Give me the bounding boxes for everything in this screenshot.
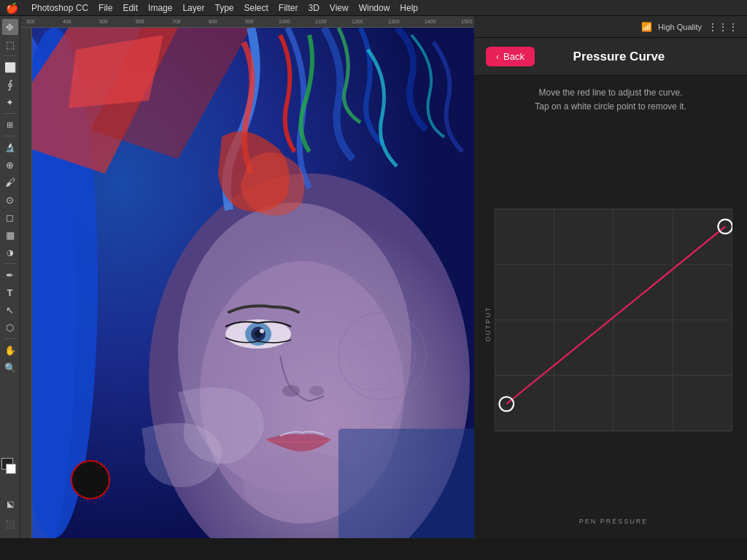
pressure-curve-graph[interactable]: PEN PRESSURE (495, 131, 732, 509)
svg-point-26 (282, 385, 300, 397)
pen-pressure-label: PEN PRESSURE (579, 518, 649, 525)
svg-text:900: 900 (245, 19, 254, 24)
menu-view[interactable]: View (330, 3, 349, 13)
more-options-icon[interactable]: ⋮⋮⋮ (708, 21, 738, 33)
ruler-horizontal: 300 400 500 600 700 800 900 1000 1100 12… (20, 16, 474, 28)
back-button-label: Back (503, 51, 525, 62)
menu-window[interactable]: Window (359, 3, 390, 13)
menu-app-name[interactable]: Photoshop CC (31, 3, 88, 13)
instructions-area: Move the red line to adjust the curve. T… (474, 76, 747, 124)
tool-separator-3 (4, 136, 17, 136)
eraser-tool[interactable]: ◻ (2, 209, 18, 225)
svg-text:400: 400 (63, 19, 71, 24)
menu-type[interactable]: Type (214, 3, 233, 13)
svg-text:1500: 1500 (461, 19, 473, 24)
svg-text:700: 700 (172, 19, 181, 24)
status-bar: 📶 High Quality ⋮⋮⋮ (474, 16, 747, 38)
marquee-tool[interactable]: ⬜ (2, 59, 18, 75)
apple-menu[interactable]: 🍎 (6, 2, 18, 14)
tool-separator-4 (4, 263, 17, 264)
menu-file[interactable]: File (98, 3, 112, 13)
menu-edit[interactable]: Edit (123, 3, 138, 13)
tools-panel: ✥ ⬚ ⬜ ∮ ✦ ⊞ 🔬 ⊕ 🖌 ⊙ ◻ ▦ ◑ ✒ T ↖ ⬡ ✋ 🔍 ⬕ … (0, 16, 20, 538)
background-swatch[interactable] (6, 464, 16, 474)
svg-point-33 (71, 461, 109, 499)
tool-separator-2 (4, 113, 17, 114)
svg-text:1000: 1000 (279, 19, 290, 24)
svg-text:500: 500 (99, 19, 108, 24)
menu-select[interactable]: Select (244, 3, 268, 13)
svg-text:1100: 1100 (315, 19, 327, 24)
move-tool[interactable]: ✥ (2, 19, 18, 35)
instruction-line-1: Move the red line to adjust the curve. (489, 86, 732, 100)
svg-text:600: 600 (136, 19, 144, 24)
menu-3d[interactable]: 3D (309, 3, 320, 13)
instruction-line-2: Tap on a white circle point to remove it… (489, 100, 732, 114)
back-button[interactable]: ‹ Back (486, 47, 535, 66)
svg-rect-32 (338, 429, 474, 538)
artwork-canvas[interactable] (32, 28, 474, 538)
pen-tool[interactable]: ✒ (2, 267, 18, 283)
shape-tool[interactable]: ⬡ (2, 319, 18, 335)
svg-point-27 (309, 386, 324, 396)
svg-text:1400: 1400 (425, 19, 436, 24)
panel-header: ‹ Back Pressure Curve (474, 38, 747, 76)
svg-text:1200: 1200 (352, 19, 363, 24)
quality-label: High Quality (658, 23, 702, 31)
panel-title: Pressure Curve (546, 50, 735, 64)
path-tool[interactable]: ↖ (2, 302, 18, 318)
right-panel: 📶 High Quality ⋮⋮⋮ ‹ Back Pressure Curve… (474, 16, 747, 538)
tool-separator-1 (4, 55, 17, 56)
tool-separator-5 (4, 338, 17, 339)
artboard-tool[interactable]: ⬚ (2, 36, 18, 52)
canvas-area: ‹ 10 › Mode: Normal Opacity: ⊙ Flow: ⌀ ~… (20, 16, 474, 538)
zoom-tool[interactable]: 🔍 (2, 359, 18, 376)
quick-mask-tool[interactable]: ⬕ (2, 496, 18, 512)
menu-help[interactable]: Help (400, 3, 418, 13)
menu-image[interactable]: Image (148, 3, 172, 13)
wifi-icon: 📶 (641, 22, 652, 32)
lasso-tool[interactable]: ∮ (2, 77, 18, 93)
svg-text:800: 800 (209, 19, 217, 24)
chevron-left-icon: ‹ (496, 52, 499, 62)
text-tool[interactable]: T (2, 284, 18, 300)
svg-text:1300: 1300 (388, 19, 400, 24)
menu-bar: 🍎 Photoshop CC File Edit Image Layer Typ… (0, 0, 747, 16)
screen-mode-tool[interactable]: ⬛ (2, 516, 18, 532)
ruler-vertical (20, 28, 32, 538)
healing-tool[interactable]: ⊕ (2, 157, 18, 173)
svg-text:300: 300 (26, 19, 35, 24)
menu-layer[interactable]: Layer (182, 3, 204, 13)
eyedropper-tool[interactable]: 🔬 (2, 139, 18, 155)
output-axis-label: OUTPUT (481, 139, 495, 509)
hand-tool[interactable]: ✋ (2, 342, 18, 358)
curve-container: OUTPUT (474, 124, 747, 538)
dodge-tool[interactable]: ◑ (2, 244, 18, 260)
curve-svg[interactable] (495, 131, 732, 509)
svg-point-25 (260, 329, 264, 333)
magic-wand-tool[interactable]: ✦ (2, 94, 18, 110)
gradient-tool[interactable]: ▦ (2, 227, 18, 243)
crop-tool[interactable]: ⊞ (2, 117, 18, 133)
main-layout: ✥ ⬚ ⬜ ∮ ✦ ⊞ 🔬 ⊕ 🖌 ⊙ ◻ ▦ ◑ ✒ T ↖ ⬡ ✋ 🔍 ⬕ … (0, 16, 747, 538)
clone-tool[interactable]: ⊙ (2, 192, 18, 208)
brush-tool[interactable]: 🖌 (2, 174, 18, 190)
menu-filter[interactable]: Filter (279, 3, 298, 13)
